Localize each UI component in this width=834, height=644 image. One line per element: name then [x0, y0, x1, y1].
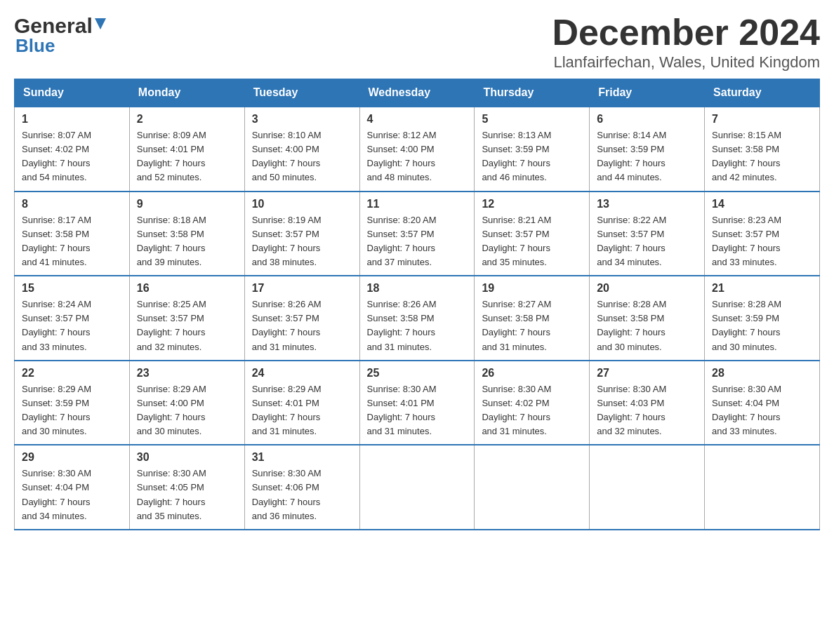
calendar-cell: 25 Sunrise: 8:30 AMSunset: 4:01 PMDaylig… — [359, 361, 475, 445]
day-info: Sunrise: 8:30 AMSunset: 4:03 PMDaylight:… — [597, 382, 697, 439]
day-info: Sunrise: 8:28 AMSunset: 3:59 PMDaylight:… — [712, 297, 812, 354]
day-number: 27 — [597, 367, 697, 380]
calendar-header-row: Sunday Monday Tuesday Wednesday Thursday… — [15, 79, 820, 107]
day-info: Sunrise: 8:28 AMSunset: 3:58 PMDaylight:… — [597, 297, 697, 354]
day-info: Sunrise: 8:09 AMSunset: 4:01 PMDaylight:… — [137, 128, 237, 185]
calendar-cell: 7 Sunrise: 8:15 AMSunset: 3:58 PMDayligh… — [705, 107, 820, 192]
day-number: 20 — [597, 282, 697, 295]
day-number: 30 — [137, 451, 237, 464]
calendar-cell: 6 Sunrise: 8:14 AMSunset: 3:59 PMDayligh… — [590, 107, 705, 192]
calendar-cell: 17 Sunrise: 8:26 AMSunset: 3:57 PMDaylig… — [244, 276, 359, 361]
calendar-cell — [475, 445, 590, 530]
calendar-cell: 30 Sunrise: 8:30 AMSunset: 4:05 PMDaylig… — [129, 445, 244, 530]
day-info: Sunrise: 8:12 AMSunset: 4:00 PMDaylight:… — [367, 128, 468, 185]
calendar-cell — [705, 445, 820, 530]
calendar-cell: 5 Sunrise: 8:13 AMSunset: 3:59 PMDayligh… — [475, 107, 590, 192]
day-number: 4 — [367, 113, 468, 126]
day-info: Sunrise: 8:29 AMSunset: 4:00 PMDaylight:… — [137, 382, 237, 439]
day-info: Sunrise: 8:20 AMSunset: 3:57 PMDaylight:… — [367, 213, 468, 270]
location: Llanfairfechan, Wales, United Kingdom — [552, 53, 820, 72]
calendar-cell: 16 Sunrise: 8:25 AMSunset: 3:57 PMDaylig… — [129, 276, 244, 361]
day-info: Sunrise: 8:17 AMSunset: 3:58 PMDaylight:… — [22, 213, 122, 270]
calendar-cell: 8 Sunrise: 8:17 AMSunset: 3:58 PMDayligh… — [15, 192, 130, 276]
col-thursday: Thursday — [475, 79, 590, 107]
col-tuesday: Tuesday — [244, 79, 359, 107]
day-info: Sunrise: 8:18 AMSunset: 3:58 PMDaylight:… — [137, 213, 237, 270]
day-info: Sunrise: 8:14 AMSunset: 3:59 PMDaylight:… — [597, 128, 697, 185]
page-header: General Blue December 2024 Llanfairfecha… — [14, 14, 820, 72]
day-number: 22 — [22, 367, 122, 380]
calendar-cell: 21 Sunrise: 8:28 AMSunset: 3:59 PMDaylig… — [705, 276, 820, 361]
day-info: Sunrise: 8:30 AMSunset: 4:06 PMDaylight:… — [252, 467, 352, 523]
day-number: 16 — [137, 282, 237, 295]
day-number: 25 — [367, 367, 468, 380]
calendar-cell: 3 Sunrise: 8:10 AMSunset: 4:00 PMDayligh… — [244, 107, 359, 192]
day-number: 1 — [22, 113, 122, 126]
day-info: Sunrise: 8:13 AMSunset: 3:59 PMDaylight:… — [482, 128, 582, 185]
day-number: 17 — [252, 282, 352, 295]
calendar-cell: 19 Sunrise: 8:27 AMSunset: 3:58 PMDaylig… — [475, 276, 590, 361]
calendar-cell: 9 Sunrise: 8:18 AMSunset: 3:58 PMDayligh… — [129, 192, 244, 276]
day-number: 18 — [367, 282, 468, 295]
day-number: 13 — [597, 198, 697, 210]
day-number: 26 — [482, 367, 582, 380]
calendar-cell: 26 Sunrise: 8:30 AMSunset: 4:02 PMDaylig… — [475, 361, 590, 445]
col-saturday: Saturday — [705, 79, 820, 107]
day-info: Sunrise: 8:15 AMSunset: 3:58 PMDaylight:… — [712, 128, 812, 185]
calendar-cell: 28 Sunrise: 8:30 AMSunset: 4:04 PMDaylig… — [705, 361, 820, 445]
day-number: 12 — [482, 198, 582, 210]
calendar-cell: 29 Sunrise: 8:30 AMSunset: 4:04 PMDaylig… — [15, 445, 130, 530]
day-number: 6 — [597, 113, 697, 126]
calendar-cell: 20 Sunrise: 8:28 AMSunset: 3:58 PMDaylig… — [590, 276, 705, 361]
day-info: Sunrise: 8:30 AMSunset: 4:01 PMDaylight:… — [367, 382, 468, 439]
calendar-week-2: 8 Sunrise: 8:17 AMSunset: 3:58 PMDayligh… — [15, 192, 820, 276]
day-info: Sunrise: 8:24 AMSunset: 3:57 PMDaylight:… — [22, 297, 122, 354]
logo: General Blue — [14, 14, 106, 57]
calendar-cell: 15 Sunrise: 8:24 AMSunset: 3:57 PMDaylig… — [15, 276, 130, 361]
calendar-cell: 13 Sunrise: 8:22 AMSunset: 3:57 PMDaylig… — [590, 192, 705, 276]
day-number: 28 — [712, 367, 812, 380]
day-number: 24 — [252, 367, 352, 380]
day-number: 5 — [482, 113, 582, 126]
day-number: 9 — [137, 198, 237, 210]
calendar-cell: 10 Sunrise: 8:19 AMSunset: 3:57 PMDaylig… — [244, 192, 359, 276]
day-info: Sunrise: 8:07 AMSunset: 4:02 PMDaylight:… — [22, 128, 122, 185]
calendar-cell: 2 Sunrise: 8:09 AMSunset: 4:01 PMDayligh… — [129, 107, 244, 192]
logo-blue-text: Blue — [15, 35, 55, 57]
col-sunday: Sunday — [15, 79, 130, 107]
day-info: Sunrise: 8:23 AMSunset: 3:57 PMDaylight:… — [712, 213, 812, 270]
day-number: 3 — [252, 113, 352, 126]
calendar-cell: 23 Sunrise: 8:29 AMSunset: 4:00 PMDaylig… — [129, 361, 244, 445]
day-number: 23 — [137, 367, 237, 380]
calendar-table: Sunday Monday Tuesday Wednesday Thursday… — [14, 79, 820, 530]
day-number: 7 — [712, 113, 812, 126]
day-info: Sunrise: 8:19 AMSunset: 3:57 PMDaylight:… — [252, 213, 352, 270]
day-info: Sunrise: 8:29 AMSunset: 4:01 PMDaylight:… — [252, 382, 352, 439]
day-info: Sunrise: 8:30 AMSunset: 4:04 PMDaylight:… — [712, 382, 812, 439]
day-info: Sunrise: 8:27 AMSunset: 3:58 PMDaylight:… — [482, 297, 582, 354]
calendar-cell: 1 Sunrise: 8:07 AMSunset: 4:02 PMDayligh… — [15, 107, 130, 192]
calendar-week-1: 1 Sunrise: 8:07 AMSunset: 4:02 PMDayligh… — [15, 107, 820, 192]
calendar-cell: 24 Sunrise: 8:29 AMSunset: 4:01 PMDaylig… — [244, 361, 359, 445]
day-number: 11 — [367, 198, 468, 210]
logo-triangle-icon — [95, 18, 106, 32]
day-number: 19 — [482, 282, 582, 295]
calendar-cell: 14 Sunrise: 8:23 AMSunset: 3:57 PMDaylig… — [705, 192, 820, 276]
calendar-week-3: 15 Sunrise: 8:24 AMSunset: 3:57 PMDaylig… — [15, 276, 820, 361]
calendar-cell: 31 Sunrise: 8:30 AMSunset: 4:06 PMDaylig… — [244, 445, 359, 530]
calendar-cell: 4 Sunrise: 8:12 AMSunset: 4:00 PMDayligh… — [359, 107, 475, 192]
logo-row: General — [14, 14, 106, 38]
day-info: Sunrise: 8:26 AMSunset: 3:58 PMDaylight:… — [367, 297, 468, 354]
day-info: Sunrise: 8:26 AMSunset: 3:57 PMDaylight:… — [252, 297, 352, 354]
calendar-cell: 22 Sunrise: 8:29 AMSunset: 3:59 PMDaylig… — [15, 361, 130, 445]
day-info: Sunrise: 8:21 AMSunset: 3:57 PMDaylight:… — [482, 213, 582, 270]
day-number: 29 — [22, 451, 122, 464]
month-title: December 2024 — [552, 14, 820, 51]
day-number: 31 — [252, 451, 352, 464]
logo-general-text: General — [14, 14, 93, 38]
calendar-week-4: 22 Sunrise: 8:29 AMSunset: 3:59 PMDaylig… — [15, 361, 820, 445]
calendar-cell: 11 Sunrise: 8:20 AMSunset: 3:57 PMDaylig… — [359, 192, 475, 276]
col-wednesday: Wednesday — [359, 79, 475, 107]
title-block: December 2024 Llanfairfechan, Wales, Uni… — [552, 14, 820, 72]
day-info: Sunrise: 8:10 AMSunset: 4:00 PMDaylight:… — [252, 128, 352, 185]
